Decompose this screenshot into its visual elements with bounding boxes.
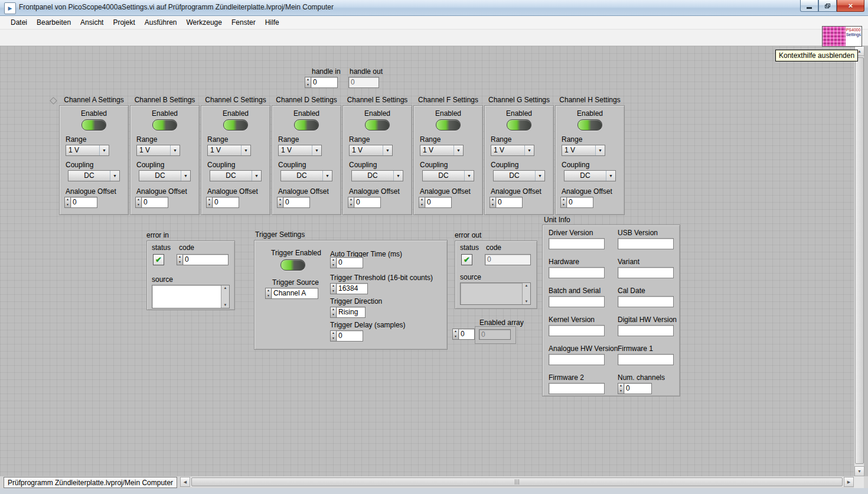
error-in-source-input[interactable]: ▲▼ [152,285,230,308]
increment-decrement[interactable]: ▲▼ [330,283,336,294]
enabled-led-button[interactable] [223,119,248,131]
menu-item-fenster[interactable]: Fenster [227,15,260,30]
increment-decrement[interactable]: ▲▼ [330,257,336,268]
vertical-scrollbar-thumb[interactable] [855,57,864,464]
increment-decrement[interactable]: ▲▼ [452,329,458,340]
error-in-status-checkbox[interactable]: ✔ [153,254,164,265]
unit-info-field-value[interactable] [618,354,674,365]
horizontal-scrollbar[interactable]: ◀ ▶ [180,477,854,487]
coupling-dropdown[interactable]: DC ▼ [280,170,332,181]
analogue-offset-input[interactable]: ▲▼ 0 [419,197,482,208]
menu-item-projekt[interactable]: Projekt [108,15,139,30]
vi-icon[interactable]: PS4000 Settings [822,26,862,47]
increment-decrement[interactable]: ▲▼ [490,197,495,208]
coupling-dropdown[interactable]: DC ▼ [210,170,262,181]
range-dropdown[interactable]: 1 V ▼ [562,145,605,156]
coupling-value: DC [281,171,322,181]
increment-decrement[interactable]: ▲▼ [618,383,624,394]
enabled-led-button[interactable] [507,119,531,131]
handle-in-input[interactable]: ▲▼ 0 [305,77,341,88]
increment-decrement[interactable]: ▲▼ [265,288,271,299]
range-dropdown[interactable]: 1 V ▼ [207,145,251,156]
error-in-code-input[interactable]: ▲▼ 0 [177,254,229,265]
unit-info-field-value[interactable] [549,267,605,278]
range-dropdown[interactable]: 1 V ▼ [349,145,393,156]
increment-decrement[interactable]: ▲▼ [560,197,566,208]
increment-decrement[interactable]: ▲▼ [330,330,336,342]
unit-info-field-value[interactable] [618,296,674,307]
scroll-up-icon[interactable]: ▲ [523,283,530,288]
close-button[interactable]: × [837,0,864,12]
trigger-direction-select[interactable]: ▲▼ Rising [330,307,366,318]
enabled-led-button[interactable] [365,119,390,131]
range-dropdown[interactable]: 1 V ▼ [66,145,109,156]
enabled-led-button[interactable] [152,119,177,131]
scroll-right-button[interactable]: ▶ [844,477,854,487]
analogue-offset-input[interactable]: ▲▼ 0 [490,197,553,208]
analogue-offset-input[interactable]: ▲▼ 0 [560,197,624,208]
menu-item-datei[interactable]: Datei [6,15,32,30]
coupling-dropdown[interactable]: DC ▼ [493,170,545,181]
menu-item-hilfe[interactable]: Hilfe [260,15,284,30]
coupling-dropdown[interactable]: DC ▼ [68,170,120,181]
enabled-array-index-input[interactable]: ▲▼ 0 [452,329,475,340]
increment-decrement[interactable]: ▲▼ [305,77,311,88]
menu-item-bearbeiten[interactable]: Bearbeiten [32,15,76,30]
range-dropdown[interactable]: 1 V ▼ [491,145,534,156]
auto-trigger-time-input[interactable]: ▲▼ 0 [330,257,363,268]
coupling-dropdown[interactable]: DC ▼ [351,170,403,181]
analogue-offset-input[interactable]: ▲▼ 0 [277,197,341,208]
scroll-up-icon[interactable]: ▲ [221,285,229,291]
range-dropdown[interactable]: 1 V ▼ [420,145,464,156]
minimize-button[interactable] [800,0,818,12]
trigger-enabled-led-button[interactable] [280,259,305,271]
increment-decrement[interactable]: ▲▼ [277,197,283,208]
analogue-offset-input[interactable]: ▲▼ 0 [348,197,412,208]
enabled-led-button[interactable] [294,119,319,131]
unit-info-field-value[interactable] [549,238,605,249]
horizontal-scrollbar-thumb[interactable] [191,477,843,486]
menu-item-werkzeuge[interactable]: Werkzeuge [181,15,226,30]
coupling-dropdown[interactable]: DC ▼ [422,170,474,181]
coupling-dropdown[interactable]: DC ▼ [564,170,616,181]
scroll-down-button[interactable]: ▼ [854,466,864,476]
coupling-dropdown[interactable]: DC ▼ [139,170,191,181]
trigger-threshold-input[interactable]: ▲▼ 16384 [330,283,368,294]
increment-decrement[interactable]: ▲▼ [206,197,212,208]
trigger-source-select[interactable]: ▲▼ Channel A [265,288,318,299]
unit-info-field-value[interactable] [618,238,674,249]
increment-decrement[interactable]: ▲▼ [177,254,182,265]
menu-item-ansicht[interactable]: Ansicht [76,15,108,30]
increment-decrement[interactable]: ▲▼ [330,307,336,318]
analogue-offset-input[interactable]: ▲▼ 0 [64,197,128,208]
scroll-down-icon[interactable]: ▼ [523,299,530,304]
vertical-scrollbar[interactable]: ▲ ▼ [854,46,864,476]
trigger-delay-input[interactable]: ▲▼ 0 [330,330,363,342]
analogue-offset-input[interactable]: ▲▼ 0 [206,197,270,208]
increment-decrement[interactable]: ▲▼ [135,197,141,208]
scrollbar[interactable]: ▲▼ [221,285,229,308]
scroll-left-button[interactable]: ◀ [180,477,190,487]
menu-item-ausfhren[interactable]: Ausführen [140,15,182,30]
increment-decrement[interactable]: ▲▼ [419,197,425,208]
num-channels-input[interactable]: ▲▼0 [618,383,677,394]
restore-button[interactable] [818,0,837,12]
unit-info-field-value[interactable] [618,267,674,278]
range-dropdown[interactable]: 1 V ▼ [136,145,180,156]
unit-info-field-value[interactable] [549,354,605,365]
project-context-tab[interactable]: Prüfprogramm Zündleiterplatte.lvproj/Mei… [4,477,177,488]
enabled-led-button[interactable] [436,119,461,131]
enabled-led-button[interactable] [577,119,602,131]
unit-info-field-value[interactable] [618,325,674,336]
unit-info-field-value[interactable] [549,383,605,394]
analogue-offset-input[interactable]: ▲▼ 0 [135,197,199,208]
increment-decrement[interactable]: ▲▼ [64,197,70,208]
range-dropdown[interactable]: 1 V ▼ [278,145,322,156]
scrollbar[interactable]: ▲▼ [522,283,530,304]
scroll-down-icon[interactable]: ▼ [221,303,229,308]
increment-decrement[interactable]: ▲▼ [348,197,354,208]
unit-info-field-value[interactable] [549,296,605,307]
unit-info-field-value[interactable] [549,325,605,336]
enabled-led-button[interactable] [81,119,106,131]
analogue-offset-label: Analogue Offset [207,187,270,196]
